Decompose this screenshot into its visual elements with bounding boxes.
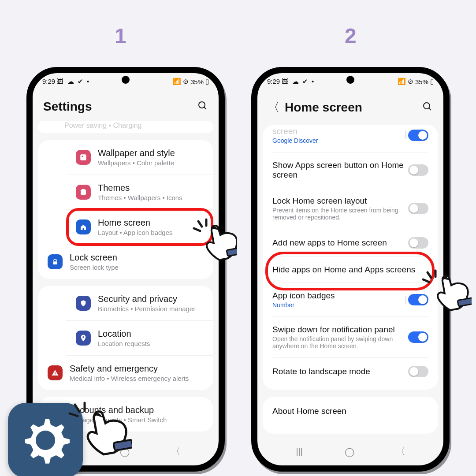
faded-previous-item: Power saving • Charging	[38, 121, 213, 133]
toggle[interactable]	[408, 331, 428, 343]
settings-group-security: Security and privacy Biometrics • Permis…	[38, 286, 213, 390]
settings-row-title: Safety and emergency	[70, 364, 189, 374]
svg-rect-2	[80, 154, 86, 160]
settings-row-subtitle: Themes • Wallpapers • Icons	[98, 194, 182, 201]
opt-0[interactable]: Show Apps screen button on Home screen	[263, 152, 438, 188]
svg-rect-6	[53, 261, 57, 264]
svg-line-11	[198, 221, 202, 227]
svg-line-23	[75, 405, 79, 412]
step-number-1: 1	[115, 24, 126, 48]
settings-row-title: Wallpaper and style	[98, 148, 175, 158]
status-left-icons: 🖼 ☁ ✔ •	[57, 78, 90, 85]
status-left-icons: 🖼 ☁ ✔ •	[282, 78, 315, 85]
svg-point-21	[39, 434, 52, 447]
search-icon[interactable]	[422, 101, 433, 114]
opt-title: Swipe down for notification panel	[272, 325, 400, 335]
themes-icon	[76, 185, 91, 200]
android-navbar[interactable]: ||| ◯ 〈	[257, 440, 443, 463]
nav-back-icon[interactable]: 〈	[396, 446, 405, 457]
opt-6[interactable]: Rotate to landscape mode	[263, 358, 438, 385]
svg-line-15	[429, 108, 431, 110]
opt-title: Rotate to landscape mode	[272, 367, 370, 376]
settings-row-alert[interactable]: Safety and emergency Medical info • Wire…	[38, 356, 213, 390]
svg-line-22	[70, 413, 78, 416]
opt-title: Add new apps to Home screen	[272, 238, 387, 248]
settings-row-themes[interactable]: Themes Themes • Wallpapers • Icons	[66, 175, 213, 210]
shield-icon	[76, 296, 91, 311]
nav-home-icon[interactable]: ◯	[345, 446, 354, 457]
svg-rect-9	[55, 375, 56, 376]
camera-cutout	[346, 76, 354, 84]
opt-1[interactable]: Lock Home screen layout Prevent items on…	[263, 188, 438, 229]
home-icon	[76, 219, 91, 234]
settings-row-subtitle: Biometrics • Permission manager	[98, 305, 195, 312]
opt-sublink: Number	[272, 301, 335, 309]
tap-pointer-settings	[62, 397, 132, 467]
lock-icon	[48, 254, 63, 269]
about-home-screen-label: About Home screen	[272, 406, 428, 416]
svg-line-17	[428, 272, 431, 278]
opt-5[interactable]: Swipe down for notification panel Open t…	[263, 317, 438, 357]
tap-pointer-1	[184, 212, 237, 264]
status-signal: 📶 ⊘	[173, 78, 189, 86]
status-battery: 35%	[190, 78, 204, 86]
alert-icon	[48, 365, 63, 380]
svg-point-14	[424, 103, 430, 109]
svg-line-10	[194, 228, 200, 231]
settings-row-title: Themes	[98, 183, 182, 193]
opt-sublink: Google Discover	[272, 137, 318, 144]
toggle[interactable]	[408, 366, 428, 377]
page-title: Settings	[43, 100, 92, 114]
back-icon[interactable]: 〈	[268, 100, 282, 115]
about-home-screen-card[interactable]: About Home screen	[263, 397, 438, 434]
opt-add-media-page[interactable]: screen Google Discover	[263, 125, 438, 152]
svg-point-0	[199, 102, 205, 108]
toggle[interactable]	[408, 130, 428, 141]
camera-cutout	[122, 76, 130, 84]
settings-row-subtitle: Medical info • Wireless emergency alerts	[70, 375, 189, 382]
settings-row-title: Location	[98, 329, 150, 339]
tap-pointer-2	[419, 264, 472, 317]
opt-subtitle: Prevent items on the Home screen from be…	[272, 207, 400, 221]
settings-row-title: Home screen	[98, 218, 173, 228]
settings-row-subtitle: Location requests	[98, 340, 150, 347]
home-screen-options: screen Google Discover Show Apps screen …	[263, 125, 438, 390]
opt-4[interactable]: App icon badges Number	[263, 283, 438, 316]
svg-line-16	[423, 279, 429, 282]
pin-icon	[76, 331, 91, 346]
settings-row-shield[interactable]: Security and privacy Biometrics • Permis…	[66, 286, 213, 321]
opt-title: App icon badges	[272, 291, 335, 301]
svg-line-1	[204, 107, 206, 109]
opt-title: Show Apps screen button on Home screen	[272, 160, 408, 180]
nav-back-icon[interactable]: 〈	[171, 446, 180, 457]
settings-row-title: Security and privacy	[98, 294, 195, 304]
search-icon[interactable]	[197, 100, 208, 113]
svg-point-7	[82, 336, 84, 338]
opt-2[interactable]: Add new apps to Home screen	[263, 229, 438, 257]
opt-title: Lock Home screen layout	[272, 196, 400, 206]
wallpaper-icon	[76, 150, 91, 165]
settings-row-subtitle: Layout • App icon badges	[98, 229, 173, 236]
toggle[interactable]	[408, 164, 428, 176]
page-title: Home screen	[285, 100, 362, 115]
svg-rect-5	[82, 189, 85, 191]
settings-row-pin[interactable]: Location Location requests	[66, 321, 213, 356]
toggle[interactable]	[408, 203, 428, 214]
status-time: 9:29	[267, 78, 280, 85]
opt-title: Hide apps on Home and Apps screens	[272, 265, 415, 275]
status-signal: 📶 ⊘	[398, 78, 413, 86]
opt-subtitle: Open the notification panel by swiping d…	[272, 335, 400, 350]
settings-row-title: Lock screen	[70, 253, 119, 263]
settings-row-wallpaper[interactable]: Wallpaper and style Wallpapers • Color p…	[66, 140, 213, 175]
opt-3[interactable]: Hide apps on Home and Apps screens	[263, 257, 438, 283]
svg-rect-8	[55, 372, 56, 374]
nav-recents-icon[interactable]: |||	[296, 446, 303, 457]
toggle[interactable]	[408, 237, 428, 249]
step-number-2: 2	[345, 24, 357, 48]
settings-row-subtitle: Screen lock type	[70, 264, 119, 271]
opt-title-cutoff: screen	[272, 126, 318, 136]
settings-row-subtitle: Wallpapers • Color palette	[98, 159, 175, 167]
status-time: 9:29	[42, 78, 55, 85]
svg-point-3	[82, 156, 83, 157]
status-battery: 35%	[415, 78, 428, 86]
